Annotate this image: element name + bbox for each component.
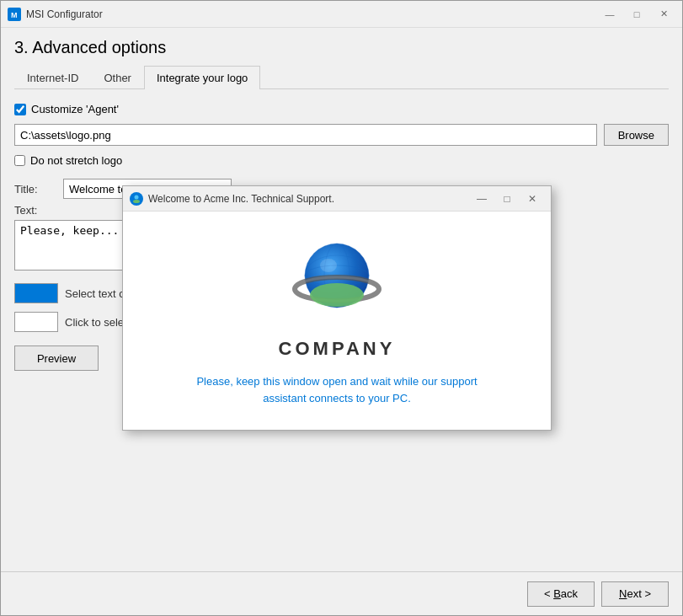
customize-checkbox[interactable] — [14, 104, 26, 115]
dialog-body: COMPANY Please, keep this window open an… — [123, 212, 551, 430]
logo-path-input[interactable] — [14, 124, 597, 146]
dialog-close-button[interactable]: ✕ — [520, 190, 544, 207]
tab-internet-id[interactable]: Internet-ID — [14, 66, 91, 89]
stretch-row: Do not stretch logo — [14, 154, 669, 167]
dialog-title: Welcome to Acme Inc. Technical Support. — [148, 193, 470, 205]
app-icon: M — [8, 8, 21, 21]
browse-button[interactable]: Browse — [604, 124, 669, 146]
stretch-checkbox[interactable] — [14, 155, 25, 166]
svg-point-4 — [133, 200, 140, 203]
dialog-icon — [130, 192, 143, 206]
tab-integrate-logo[interactable]: Integrate your logo — [144, 66, 260, 89]
customize-row: Customize 'Agent' — [14, 103, 669, 115]
tab-bar: Internet-ID Other Integrate your logo — [14, 66, 669, 89]
customize-label: Customize 'Agent' — [31, 103, 119, 115]
dialog-minimize-button[interactable]: — — [470, 190, 494, 207]
app-title: MSI Configurator — [26, 8, 598, 20]
bg-color-swatch[interactable] — [14, 312, 58, 332]
tab-other[interactable]: Other — [91, 66, 144, 89]
stretch-label: Do not stretch logo — [30, 154, 122, 167]
preview-dialog: Welcome to Acme Inc. Technical Support. … — [122, 185, 552, 431]
svg-point-13 — [320, 259, 337, 272]
globe-logo — [282, 232, 392, 324]
svg-point-3 — [135, 195, 139, 199]
close-button[interactable]: ✕ — [652, 6, 675, 23]
maximize-button[interactable]: □ — [625, 6, 648, 23]
preview-button[interactable]: Preview — [14, 345, 99, 371]
titlebar: M MSI Configurator — □ ✕ — [1, 1, 682, 28]
svg-text:M: M — [11, 11, 18, 19]
title-label: Title: — [14, 183, 56, 196]
window-controls: — □ ✕ — [598, 6, 675, 23]
logo-path-row: Browse — [14, 124, 669, 146]
back-button[interactable]: < Back — [527, 581, 595, 607]
minimize-button[interactable]: — — [598, 6, 622, 23]
footer: < Back Next > — [1, 571, 682, 615]
dialog-maximize-button[interactable]: □ — [495, 190, 519, 207]
company-name: COMPANY — [279, 338, 396, 360]
dialog-message: Please, keep this window open and wait w… — [177, 373, 497, 406]
dialog-titlebar: Welcome to Acme Inc. Technical Support. … — [123, 186, 551, 212]
page-title: 3. Advanced options — [1, 28, 682, 66]
text-color-swatch[interactable] — [14, 283, 58, 303]
dialog-controls: — □ ✕ — [470, 190, 544, 207]
next-button[interactable]: Next > — [601, 581, 669, 607]
svg-point-12 — [310, 283, 364, 307]
